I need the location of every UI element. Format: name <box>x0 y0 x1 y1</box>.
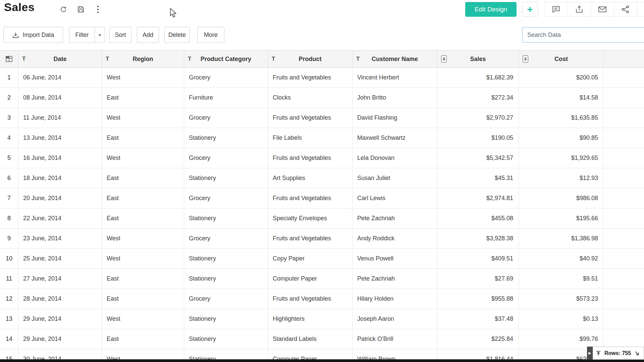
cell-category[interactable]: Stationery <box>184 168 268 188</box>
cell-region[interactable]: West <box>102 309 184 329</box>
cell-customer[interactable]: Vincent Herbert <box>353 68 437 87</box>
search-input[interactable] <box>522 27 644 43</box>
cell-category[interactable]: Stationery <box>184 249 268 268</box>
table-row[interactable]: 822 June, 2014EastStationerySpecialty En… <box>0 208 644 229</box>
cell-cost[interactable]: $1,386.98 <box>519 229 604 248</box>
cell-region[interactable]: East <box>102 88 184 108</box>
cell-category[interactable]: Stationery <box>184 309 268 329</box>
cell-sales[interactable]: $455.08 <box>437 208 519 228</box>
cell-customer[interactable]: Andy Roddick <box>353 229 437 248</box>
cell-category[interactable]: Stationery <box>184 128 268 148</box>
cell-customer[interactable]: Venus Powell <box>353 249 437 268</box>
cell-cost[interactable]: $40.92 <box>519 249 604 268</box>
cell-product[interactable]: Standard Labels <box>268 329 353 349</box>
row-number[interactable]: 2 <box>0 88 18 108</box>
row-number[interactable]: 10 <box>0 249 18 268</box>
table-row[interactable]: 311 June, 2014WestGroceryFruits and Vege… <box>0 108 644 128</box>
cell-date[interactable]: 11 June, 2014 <box>18 108 102 128</box>
cell-category[interactable]: Grocery <box>184 148 268 168</box>
cell-product[interactable]: Fruits and Vegetables <box>268 289 353 309</box>
cell-region[interactable]: East <box>102 289 184 309</box>
cell-region[interactable]: West <box>102 108 184 128</box>
table-row[interactable]: 618 June, 2014EastStationeryArt Supplies… <box>0 168 644 188</box>
cell-product[interactable]: Fruits and Vegetables <box>268 188 353 208</box>
cell-date[interactable]: 20 June, 2014 <box>18 188 102 208</box>
row-number[interactable]: 13 <box>0 309 18 329</box>
cell-region[interactable]: East <box>102 208 184 228</box>
cell-cost[interactable]: $14.58 <box>519 88 604 108</box>
cell-customer[interactable]: Susan Juliet <box>353 168 437 188</box>
row-number[interactable]: 5 <box>0 148 18 168</box>
table-row[interactable]: 1228 June, 2014EastGroceryFruits and Veg… <box>0 289 644 309</box>
cell-date[interactable]: 28 June, 2014 <box>18 289 102 309</box>
cell-cost[interactable]: $573.23 <box>519 289 604 309</box>
row-number[interactable]: 15 <box>0 349 18 360</box>
cell-date[interactable]: 13 June, 2014 <box>18 128 102 148</box>
cell-date[interactable]: 30 June, 2014 <box>18 349 102 360</box>
cell-product[interactable]: Fruits and Vegetables <box>268 229 353 248</box>
table-row[interactable]: 516 June, 2014WestGroceryFruits and Vege… <box>0 148 644 168</box>
cell-date[interactable]: 22 June, 2014 <box>18 208 102 228</box>
row-number[interactable]: 1 <box>0 68 18 87</box>
table-row[interactable]: 1025 June, 2014WestStationeryCopy PaperV… <box>0 249 644 269</box>
cell-customer[interactable]: Hilary Holden <box>353 289 437 309</box>
cell-sales[interactable]: $409.51 <box>437 249 519 268</box>
table-row[interactable]: 106 June, 2014WestGroceryFruits and Vege… <box>0 68 644 88</box>
table-row[interactable]: 923 June, 2014WestGroceryFruits and Vege… <box>0 229 644 249</box>
bottom-scrollbar[interactable] <box>0 359 644 362</box>
cell-sales[interactable]: $225.84 <box>437 329 519 349</box>
cell-category[interactable]: Stationery <box>184 329 268 349</box>
column-header-product-category[interactable]: TProduct Category <box>184 51 268 67</box>
row-number[interactable]: 6 <box>0 168 18 188</box>
column-header-sales[interactable]: $Sales <box>437 51 519 67</box>
cell-date[interactable]: 29 June, 2014 <box>18 329 102 349</box>
cell-sales[interactable]: $955.88 <box>437 289 519 309</box>
cell-category[interactable]: Grocery <box>184 68 268 87</box>
row-number[interactable]: 7 <box>0 188 18 208</box>
cell-customer[interactable]: David Flashing <box>353 108 437 128</box>
rows-panel-toggle[interactable]: ▶ <box>587 347 593 360</box>
cell-cost[interactable]: $90.85 <box>519 128 604 148</box>
cell-customer[interactable]: Carl Lewis <box>353 188 437 208</box>
cell-cost[interactable]: $12.93 <box>519 168 604 188</box>
cell-cost[interactable]: $195.66 <box>519 208 604 228</box>
cell-category[interactable]: Stationery <box>184 269 268 289</box>
cell-product[interactable]: Clocks <box>268 88 353 108</box>
cell-cost[interactable]: $200.05 <box>519 68 604 87</box>
row-number[interactable]: 8 <box>0 208 18 228</box>
cell-region[interactable]: West <box>102 349 184 360</box>
cell-category[interactable]: Stationery <box>184 349 268 360</box>
cell-product[interactable]: Art Supplies <box>268 168 353 188</box>
row-number[interactable]: 11 <box>0 269 18 289</box>
cell-region[interactable]: East <box>102 168 184 188</box>
cell-date[interactable]: 16 June, 2014 <box>18 148 102 168</box>
column-header-region[interactable]: TRegion <box>102 51 184 67</box>
cell-product[interactable]: File Labels <box>268 128 353 148</box>
table-row[interactable]: 1329 June, 2014WestStationeryHighlighter… <box>0 309 644 329</box>
row-number[interactable]: 4 <box>0 128 18 148</box>
cell-date[interactable]: 06 June, 2014 <box>18 68 102 87</box>
cell-sales[interactable]: $27.69 <box>437 269 519 289</box>
cell-customer[interactable]: Pete Zachriah <box>353 208 437 228</box>
cell-category[interactable]: Furniture <box>184 88 268 108</box>
cell-category[interactable]: Grocery <box>184 108 268 128</box>
row-number[interactable]: 3 <box>0 108 18 128</box>
import-data-button[interactable]: Import Data <box>3 27 63 43</box>
filter-button[interactable]: Filter <box>69 27 95 43</box>
cell-date[interactable]: 25 June, 2014 <box>18 249 102 268</box>
cell-category[interactable]: Stationery <box>184 208 268 228</box>
cell-cost[interactable]: $1,635.85 <box>519 108 604 128</box>
cell-category[interactable]: Grocery <box>184 289 268 309</box>
cell-cost[interactable]: $1,929.65 <box>519 148 604 168</box>
cell-sales[interactable]: $3,928.38 <box>437 229 519 248</box>
sort-button[interactable]: Sort <box>109 27 131 43</box>
cell-sales[interactable]: $2,970.27 <box>437 108 519 128</box>
cell-customer[interactable]: Patrick O'Brill <box>353 329 437 349</box>
column-header-cost[interactable]: $Cost <box>519 51 604 67</box>
cell-product[interactable]: Fruits and Vegetables <box>268 148 353 168</box>
cell-region[interactable]: West <box>102 148 184 168</box>
cell-date[interactable]: 27 June, 2014 <box>18 269 102 289</box>
add-button[interactable]: Add <box>137 27 159 43</box>
cell-customer[interactable]: Joseph Aaron <box>353 309 437 329</box>
cell-sales[interactable]: $37.48 <box>437 309 519 329</box>
